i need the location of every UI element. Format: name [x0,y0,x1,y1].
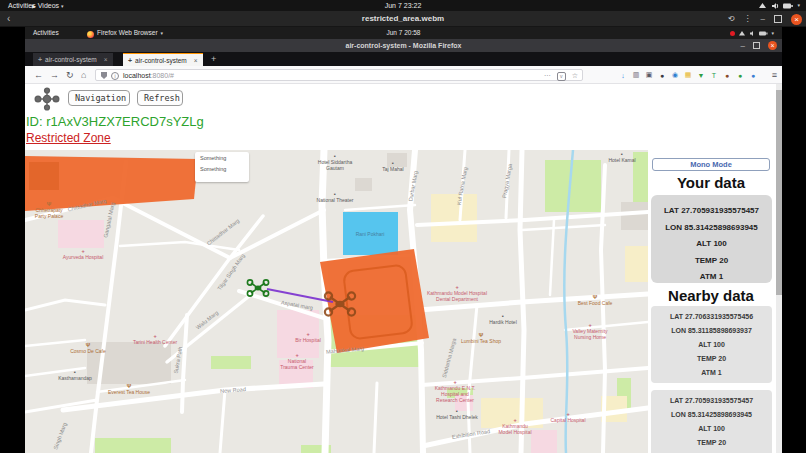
site-info-icon[interactable]: i [111,72,119,80]
system-clock[interactable]: Jun 7 23:22 [0,0,806,11]
minimize-button[interactable]: – [761,11,765,27]
telemetry-row: LAT 27.705931935575457 [651,394,772,408]
blue-globe-addon-icon[interactable]: ● [749,72,757,79]
reload-button[interactable]: ↻ [66,66,74,84]
translate-addon-icon[interactable]: T [710,72,718,79]
battery-icon [759,30,768,37]
close-button[interactable]: × [768,41,777,50]
network-icon [758,2,767,10]
telemetry-row: TEMP 20 [651,436,772,450]
telemetry-row: TEMP 20 [651,352,772,366]
drone-logo-icon [33,87,61,111]
new-tab-button[interactable]: + [211,53,216,66]
nearby-data-title: Nearby data [650,287,772,304]
navigation-button[interactable]: Navigation [68,90,130,106]
tracking-shield-icon[interactable] [101,72,107,79]
maximize-button[interactable] [774,15,782,23]
your-data-box: LAT 27.705931935575457LON 85.31425898693… [651,195,772,283]
telemetry-row: ATM 1 [651,269,772,286]
recorded-screen: Activities Firefox Web Browser ▾ Jun 7 2… [25,27,782,453]
tab-close-icon[interactable]: × [104,56,108,63]
video-player-titlebar: ‹ restricted_area.webm ⟲ ⋮ – × [0,11,806,27]
tab-favicon: + [128,57,132,64]
grid-addon-icon[interactable]: ▦ [684,71,692,79]
firefox-tabbar: +air-control-system×+air-control-system×… [25,52,782,66]
nav-forward-button[interactable]: → [50,66,59,84]
url-text: localhost:8080/# [123,71,174,81]
home-button[interactable]: ⌂ [81,66,86,84]
tab-favicon: + [38,56,42,63]
restricted-zone-link[interactable]: Restricted Zone [26,131,111,145]
url-bar[interactable]: i localhost:8080/# ⋯ v ☆ [95,69,583,81]
blue-eye-addon-icon[interactable]: ◉ [671,71,679,79]
stats-bars-icon[interactable]: ▥ [632,71,640,79]
chevron-down-icon: ▾ [797,0,800,11]
restricted-zone-northwest-inner [29,162,59,190]
video-title: restricted_area.webm [0,11,806,27]
scrollbar-thumb[interactable] [776,90,782,295]
telemetry-row: TEMP 20 [651,253,772,270]
window-title: air-control-system - Mozilla Firefox [25,39,782,52]
recorded-clock: Jun 7 20:58 [25,27,782,39]
refresh-button[interactable]: Refresh [137,90,183,106]
recording-indicator-icon [730,31,735,36]
extension-toolbar: ↓▥▣●◉▦▼T●●● [619,66,757,84]
minimize-button[interactable]: – [741,39,745,52]
battery-icon [783,2,793,10]
dark-circle-addon-icon[interactable]: ● [658,72,666,79]
system-topbar: Activities ▶ Videos ▾ Jun 7 23:22 ▾ [0,0,806,11]
tooltip-line: Something [200,155,249,161]
chevron-down-icon: ▾ [771,27,774,39]
kebab-menu-icon[interactable]: ⋮ [744,11,752,27]
telemetry-row: ALT 100 [651,338,772,352]
filter-addon-icon[interactable]: ▼ [697,72,705,79]
mono-mode-button[interactable]: Mono Mode [652,158,770,171]
telemetry-row: ATM 1 [651,366,772,380]
tooltip-line: Something [200,166,249,172]
nav-back-button[interactable]: ← [34,66,43,84]
download-helper-icon[interactable]: ↓ [619,72,627,79]
telemetry-row: ALT 100 [651,236,772,253]
map-tooltip: Something Something [195,152,249,182]
telemetry-row: LON 85.31425898693945 [651,220,772,237]
recorded-tray: ▾ [730,27,774,39]
rani-pokhari-pond [343,212,398,255]
your-data-title: Your data [650,174,772,191]
video-stage[interactable]: Activities Firefox Web Browser ▾ Jun 7 2… [0,27,806,453]
tab-label: air-control-system [45,56,97,63]
telemetry-row: LON 85.31185898693937 [651,324,772,338]
network-icon [738,30,746,37]
volume-icon [749,30,756,37]
system-tray[interactable]: ▾ [758,0,800,11]
page-actions-icon[interactable]: ⋯ [544,71,551,81]
brown-circle-addon-icon[interactable]: ● [723,72,731,79]
browser-tab[interactable]: +air-control-system× [33,53,113,66]
tab-close-icon[interactable]: × [194,57,198,64]
page-scrollbar[interactable] [776,84,782,453]
telemetry-row: LAT 27.705931935575457 [651,203,772,220]
telemetry-row: ALT 100 [651,422,772,436]
nearby-drone-card: LAT 27.706331935575456LON 85.31185898693… [651,306,772,383]
close-button[interactable]: × [791,14,802,25]
desktop-screen: Activities ▶ Videos ▾ Jun 7 23:22 ▾ ‹ re… [0,0,806,453]
telemetry-row: LAT 27.706331935575456 [651,310,772,324]
air-control-page: Navigation Refresh ID: r1AxV3HZX7ERCD7sY… [25,84,782,453]
maximize-button[interactable] [753,42,760,49]
nearby-drone-card: LAT 27.705931935575457LON 85.31425898693… [651,390,772,453]
browser-tab[interactable]: +air-control-system× [123,53,203,66]
pocket-icon[interactable]: v [557,72,566,81]
map-canvas[interactable]: ΨChhetrapaty Party Palace+Ayurveda Hospi… [25,150,648,453]
firefox-titlebar: air-control-system - Mozilla Firefox – × [25,39,782,52]
volume-icon [771,2,779,10]
drone-id-text: ID: r1AxV3HZX7ERCD7sYZLg [26,114,204,129]
green-circle-addon-icon[interactable]: ● [736,72,744,79]
window-tool-icon[interactable]: ▣ [645,71,653,79]
hamburger-menu-icon[interactable]: ≡ [772,66,777,84]
tab-label: air-control-system [135,57,187,64]
firefox-navbar: ← → ↻ ⌂ i localhost:8080/# ⋯ v ☆ ↓▥▣●◉▦▼… [25,66,782,84]
nearby-data-list: LAT 27.706331935575456LON 85.31185898693… [650,306,773,453]
bookmark-star-icon[interactable]: ☆ [572,71,578,81]
loop-icon[interactable]: ⟲ [728,11,735,27]
telemetry-row: LON 85.31425898693945 [651,408,772,422]
recorded-system-topbar: Activities Firefox Web Browser ▾ Jun 7 2… [25,27,782,39]
